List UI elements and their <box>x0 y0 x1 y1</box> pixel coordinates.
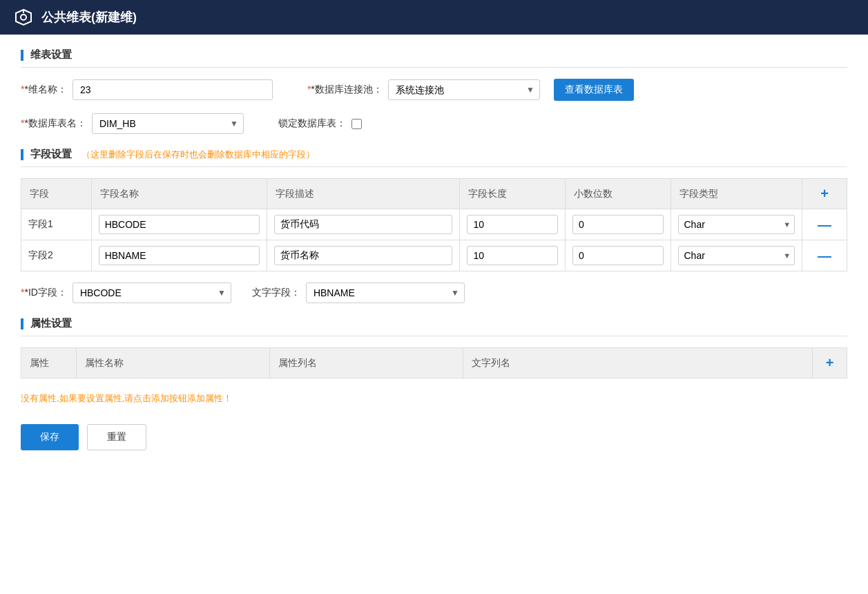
svg-point-0 <box>21 15 26 20</box>
field-name-input-2[interactable] <box>99 246 260 265</box>
section-title-dim: 维表设置 <box>30 48 72 61</box>
col-header-type: 字段类型 <box>671 179 802 209</box>
db-table-label: **数据库表名： <box>21 117 86 130</box>
lock-db-label: 锁定数据库表： <box>278 117 346 130</box>
section-indicator-field <box>21 149 23 160</box>
field-desc-cell-2 <box>267 240 460 271</box>
attr-table-header-row: 属性 属性名称 属性列名 文字列名 + <box>21 348 847 379</box>
section-indicator-attr <box>21 318 23 329</box>
section-title-attr: 属性设置 <box>30 317 72 330</box>
lock-db-checkbox[interactable] <box>351 119 362 129</box>
attr-col-col: 属性列名 <box>270 348 463 379</box>
section-subtitle-field: （这里删除字段后在保存时也会删除数据库中相应的字段） <box>81 148 315 161</box>
field-row-1: 字段1 C <box>21 209 847 240</box>
field-table: 字段 字段名称 字段描述 字段长度 小数位数 字段类型 + 字段1 <box>21 178 847 271</box>
field-action-cell-1: — <box>802 209 847 240</box>
db-pool-label: **数据库连接池： <box>307 84 383 96</box>
dim-name-input[interactable] <box>73 79 273 100</box>
text-field-select-wrapper: HBNAME HBCODE ▼ <box>306 282 465 303</box>
field-desc-input-1[interactable] <box>274 215 453 234</box>
field-name-cell-2 <box>91 240 267 271</box>
field-name-cell-1 <box>91 209 267 240</box>
id-field-group: **ID字段： HBCODE HBNAME ▼ <box>21 282 231 303</box>
db-pool-select-wrapper: 系统连接池 ▼ <box>388 79 540 100</box>
db-pool-select[interactable]: 系统连接池 <box>388 79 540 100</box>
field-label-1: 字段1 <box>21 209 92 240</box>
section-header-dim: 维表设置 <box>21 48 847 68</box>
section-indicator-dim <box>21 50 23 61</box>
add-field-button[interactable]: + <box>817 186 832 202</box>
col-header-action: + <box>802 179 847 209</box>
tag-icon <box>14 8 33 27</box>
field-length-cell-2 <box>460 240 566 271</box>
col-header-decimal: 小数位数 <box>565 179 671 209</box>
remove-field-button-1[interactable]: — <box>814 218 835 231</box>
field-type-select-1[interactable]: Char Int Float Date DateTime <box>678 215 795 234</box>
attr-settings-section: 属性设置 属性 属性名称 属性列名 文字列名 + 没有属性,如果要设置属性,请点… <box>21 317 847 410</box>
field-type-cell-1: Char Int Float Date DateTime ▼ <box>671 209 802 240</box>
attr-col-name: 属性名称 <box>77 348 270 379</box>
field-type-select-wrapper-2: Char Int Float Date DateTime ▼ <box>678 246 795 265</box>
field-name-input-1[interactable] <box>99 215 260 234</box>
id-field-select[interactable]: HBCODE HBNAME <box>73 282 231 303</box>
field-label-2: 字段2 <box>21 240 92 271</box>
field-length-input-2[interactable] <box>467 246 558 265</box>
id-field-select-wrapper: HBCODE HBNAME ▼ <box>73 282 231 303</box>
db-table-select[interactable]: DIM_HB <box>92 113 244 134</box>
dim-name-label: **维名称： <box>21 84 67 96</box>
id-field-label: **ID字段： <box>21 287 67 299</box>
attr-col-attr: 属性 <box>21 348 77 379</box>
field-decimal-input-1[interactable] <box>572 215 664 234</box>
attr-col-action: + <box>813 348 847 379</box>
field-type-cell-2: Char Int Float Date DateTime ▼ <box>671 240 802 271</box>
dim-name-group: **维名称： <box>21 79 273 100</box>
field-settings-section: 字段设置 （这里删除字段后在保存时也会删除数据库中相应的字段） 字段 字段名称 … <box>21 148 847 303</box>
db-pool-group: **数据库连接池： 系统连接池 ▼ <box>307 79 540 100</box>
section-title-field: 字段设置 <box>30 148 72 161</box>
text-field-label: 文字字段： <box>252 287 300 299</box>
field-desc-cell-1 <box>267 209 460 240</box>
field-row-2: 字段2 C <box>21 240 847 271</box>
attr-empty-message: 没有属性,如果要设置属性,请点击添加按钮添加属性！ <box>21 387 847 410</box>
add-attr-button[interactable]: + <box>822 355 838 371</box>
text-field-group: 文字字段： HBNAME HBCODE ▼ <box>252 282 465 303</box>
view-db-table-button[interactable]: 查看数据库表 <box>554 79 634 101</box>
field-type-select-wrapper-1: Char Int Float Date DateTime ▼ <box>678 215 795 234</box>
form-row-2: **数据库表名： DIM_HB ▼ 锁定数据库表： <box>21 113 847 134</box>
db-table-select-wrapper: DIM_HB ▼ <box>92 113 244 134</box>
field-action-cell-2: — <box>802 240 847 271</box>
attr-col-text: 文字列名 <box>463 348 813 379</box>
save-button[interactable]: 保存 <box>21 424 79 450</box>
bottom-buttons: 保存 重置 <box>21 424 847 450</box>
dimension-settings-section: 维表设置 **维名称： **数据库连接池： 系统连接池 ▼ <box>21 48 847 134</box>
field-length-cell-1 <box>460 209 566 240</box>
field-desc-input-2[interactable] <box>274 246 453 265</box>
text-field-select[interactable]: HBNAME HBCODE <box>306 282 465 303</box>
field-length-input-1[interactable] <box>467 215 558 234</box>
col-header-name: 字段名称 <box>91 179 267 209</box>
field-decimal-input-2[interactable] <box>572 246 664 265</box>
reset-button[interactable]: 重置 <box>87 424 146 450</box>
app-header: 公共维表(新建维) <box>0 0 868 35</box>
lock-db-group: 锁定数据库表： <box>278 117 362 130</box>
section-header-attr: 属性设置 <box>21 317 847 336</box>
attr-table: 属性 属性名称 属性列名 文字列名 + <box>21 347 847 379</box>
field-type-select-2[interactable]: Char Int Float Date DateTime <box>678 246 795 265</box>
section-header-field: 字段设置 （这里删除字段后在保存时也会删除数据库中相应的字段） <box>21 148 847 167</box>
remove-field-button-2[interactable]: — <box>814 249 835 262</box>
id-field-row: **ID字段： HBCODE HBNAME ▼ 文字字段： HBNAME HBC… <box>21 282 847 303</box>
form-row-1: **维名称： **数据库连接池： 系统连接池 ▼ 查看数据库表 <box>21 79 847 101</box>
db-table-group: **数据库表名： DIM_HB ▼ <box>21 113 244 134</box>
page-title: 公共维表(新建维) <box>41 9 137 26</box>
col-header-field: 字段 <box>21 179 92 209</box>
field-decimal-cell-1 <box>565 209 671 240</box>
col-header-length: 字段长度 <box>460 179 566 209</box>
col-header-desc: 字段描述 <box>267 179 460 209</box>
field-decimal-cell-2 <box>565 240 671 271</box>
main-content: 维表设置 **维名称： **数据库连接池： 系统连接池 ▼ <box>0 35 868 594</box>
field-table-header-row: 字段 字段名称 字段描述 字段长度 小数位数 字段类型 + <box>21 179 847 209</box>
